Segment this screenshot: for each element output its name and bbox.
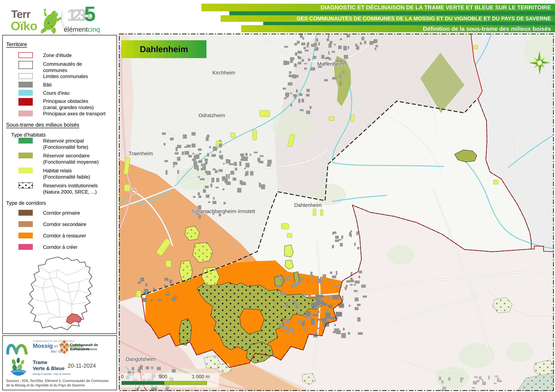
legend-habitats-title: Type d'habitats <box>11 132 46 138</box>
map-label-scharrachbergheim: Scharrachbergheim-Irmstett <box>191 208 255 214</box>
map-title-box: Dahlenheim <box>121 40 206 58</box>
legend-label: Réservoir secondaire <box>43 153 90 158</box>
saverne-logo-line2: du Pays de Saverne <box>70 348 97 351</box>
corridor-a-restaurer-swatch <box>18 233 33 238</box>
map-label-marlenheim: Marlenheim <box>317 61 344 67</box>
map-label-dahlenheim: Dahlenheim <box>294 202 321 208</box>
corridor-a-creer-swatch <box>18 244 33 250</box>
map-canvas: Kirchheim Marlenheim Odratzheim Traenhei… <box>119 34 554 391</box>
legend-label: Reservoirs institutionnels <box>43 183 98 188</box>
frog-icon <box>37 6 63 34</box>
sources-text: Sources : IGN, TerrOïko, Elément 5, Comm… <box>6 378 112 387</box>
axes-transport-swatch <box>18 111 33 116</box>
scale-label-0: 0 <box>121 374 124 379</box>
legend-label: Corridor à restaurer <box>43 233 112 239</box>
legend-sublabel: (canal, grandes routes) <box>43 105 94 110</box>
map-label-dangolsheim: Dangolsheim <box>126 356 156 362</box>
legend-label: Corridor primaire <box>43 210 112 216</box>
obstacles-swatch <box>18 98 33 106</box>
corridor-primaire-swatch <box>18 210 33 216</box>
legend-panel: Territoire Zone d'étude Communautés de c… <box>2 35 117 334</box>
reservoirs-institutionnels-swatch <box>18 183 33 188</box>
reservoir-secondaire-swatch <box>18 153 33 158</box>
legend-label: Cours d'eau <box>43 90 112 96</box>
legend-soustrame-title: Sous-trame des milieux boisés <box>6 122 79 128</box>
map-label-traenheim: Traenheim <box>129 150 153 157</box>
scale-label-1000: 1 000 m <box>192 374 210 379</box>
legend-sublabel: (Fonctionnalité forte) <box>43 144 88 150</box>
communautes-swatch <box>18 61 33 69</box>
legend-territoire-title: Territoire <box>6 41 27 47</box>
legend-sublabel: (Fonctionnalité faible) <box>43 174 90 180</box>
legend-label: Principaux obstacles <box>43 98 88 104</box>
mossig-region-pre: Als <box>51 350 56 353</box>
page: Terr Oïko 1234 5 élémentcinq DIAGNOSTIC … <box>0 0 555 392</box>
legend-label: Limites communales <box>43 73 112 79</box>
tvb-logo-line1: Trame <box>33 360 47 365</box>
legend-label: Communautés de communes <box>43 61 101 73</box>
legend-label: Corridor à créer <box>43 244 112 250</box>
map-label-odratzheim: Odratzheim <box>198 112 225 118</box>
header-title-line2: DES COMMUNAUTÉS DE COMMUNES DE LA MOSSIG… <box>297 15 555 21</box>
legend-sublabel: (Natura 2000, SRCE, ...) <box>43 189 97 195</box>
bati-swatch <box>18 82 33 87</box>
header-title-line1: DIAGNOSTIC ET DÉCLINAISON DE LA TRAME VE… <box>321 4 555 11</box>
element5-swoosh-icon <box>59 7 111 39</box>
terroiko-logo-text-oiko: Oïko <box>11 19 37 33</box>
header-title-bar-1: DIAGNOSTIC ET DÉCLINAISON DE LA TRAME VE… <box>201 4 555 11</box>
corridor-secondaire-swatch <box>18 221 33 227</box>
habitat-relais-swatch <box>18 168 33 173</box>
tvb-logo-icon <box>7 358 30 377</box>
mossig-name1: Mossig <box>33 342 53 349</box>
legend-label: Zone d'étude <box>43 52 112 58</box>
inset-locator-map <box>20 257 100 330</box>
header-title-line3: Définition de la sous-trame des milieux … <box>423 26 555 32</box>
map-label-kirchheim: Kirchheim <box>212 70 235 76</box>
scale-label-500: 500 <box>159 374 167 379</box>
header-bar-shadow-2 <box>263 22 555 25</box>
zone-etude-swatch <box>18 52 33 58</box>
reservoir-principal-swatch <box>18 138 33 143</box>
saverne-logo-icon <box>60 340 69 354</box>
cours-eau-swatch <box>18 90 33 96</box>
legend-label: Habitat relais <box>43 168 72 173</box>
legend-corridors-title: Type de corridors <box>6 200 46 206</box>
map-graphic <box>119 34 554 391</box>
header-title-bar-2: DES COMMUNAUTÉS DE COMMUNES DE LA MOSSIG… <box>221 15 555 22</box>
terroiko-logo-text-terr: Terr <box>11 8 30 20</box>
scale-bar-graphic <box>121 381 207 385</box>
map-date: 20-11-2024 <box>68 363 96 369</box>
header-title-bar-3: Définition de la sous-trame des milieux … <box>241 25 555 32</box>
legend-label: Bâti <box>43 82 112 88</box>
scale-bar: 0 500 1 000 m <box>120 373 219 387</box>
legend-sublabel: (Fonctionnalité moyenne) <box>43 159 99 165</box>
mossig-et: et <box>53 344 59 349</box>
header-bar-shadow-1 <box>229 11 555 15</box>
tvb-logo-subtitle: Mossig et Vignoble - Pays de Saverne <box>33 373 71 375</box>
legend-label: Principaux axes de transport <box>43 111 112 117</box>
legend-label: Réservoir principal <box>43 138 84 143</box>
tvb-logo-line2: Verte & Bleue <box>33 366 65 371</box>
limites-swatch <box>18 73 33 79</box>
footer-panel: COMMUNAUTÉ DE COMMUNES Mossig et Vignobl… <box>2 335 117 390</box>
legend-label: Corridor secondaire <box>43 221 112 228</box>
mossig-vignoble-logo-icon <box>6 340 31 355</box>
